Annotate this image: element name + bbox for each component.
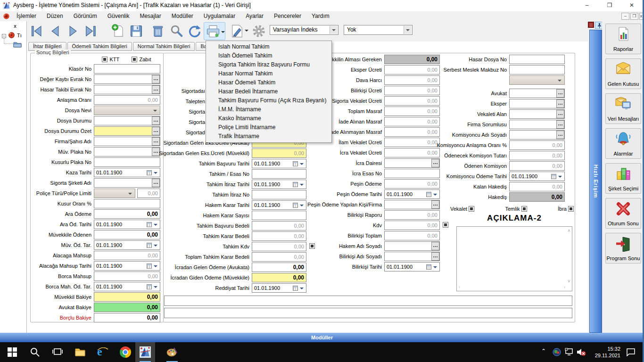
next-record-button[interactable] (66, 24, 81, 39)
date-dropdown-caret[interactable] (154, 286, 157, 290)
print-dropdown-caret[interactable] (221, 31, 225, 35)
menubar-item[interactable]: Mesajlar (134, 11, 166, 21)
money-input[interactable]: 0,00 (509, 192, 565, 202)
money-input[interactable]: 0,00 (94, 95, 160, 105)
scroll-left-icon[interactable]: ‹ (459, 285, 460, 289)
alarms-button[interactable]: Alarmlar (605, 128, 641, 159)
money-input[interactable]: 0,00 (384, 138, 440, 147)
combo-select[interactable] (94, 106, 160, 115)
text-input[interactable] (384, 169, 440, 178)
tab-2[interactable]: Normal Tahkim Bilgileri (133, 42, 195, 51)
calendar-icon[interactable] (147, 263, 152, 269)
combo-select[interactable] (94, 189, 135, 198)
mdi-minimize-button[interactable]: – (621, 13, 629, 20)
exit-program-button[interactable]: Program Sonu (605, 233, 641, 263)
ellipsis-button[interactable]: … (152, 127, 160, 135)
menubar-item[interactable]: Yardım (306, 11, 335, 21)
text-input[interactable] (509, 55, 565, 64)
calendar-icon[interactable] (293, 182, 298, 187)
date-dropdown-caret[interactable] (300, 288, 304, 291)
first-record-button[interactable] (30, 24, 45, 39)
search-button[interactable] (169, 24, 184, 39)
calendar-icon[interactable] (293, 203, 298, 208)
context-menu-item[interactable]: Hasar Normal Tahkim (206, 69, 331, 78)
reports-button[interactable]: Raporlar (605, 24, 641, 54)
date-input[interactable]: 01.01.1900 (509, 172, 565, 181)
money-input[interactable]: 0,00 (384, 221, 440, 230)
text-input[interactable] (94, 147, 160, 156)
report-designer-button[interactable] (230, 24, 245, 39)
scroll-down-icon[interactable]: ∨ (567, 279, 570, 283)
quick-access-bar[interactable]: Hızlı Erişim (589, 30, 602, 333)
money-input[interactable]: 0,00 (94, 209, 160, 219)
print-button[interactable] (206, 24, 221, 39)
combo-select[interactable] (509, 75, 565, 85)
report-dropdown-caret[interactable] (245, 30, 248, 33)
date-dropdown-caret[interactable] (154, 245, 157, 248)
paint-taskbar-button[interactable] (162, 342, 182, 362)
network-tray-icon[interactable] (565, 348, 574, 356)
money-input[interactable]: 0,00 (384, 65, 440, 74)
antivirus-tray-icon[interactable] (553, 348, 561, 356)
text-input[interactable] (94, 126, 160, 136)
inbox-button[interactable]: Gelen Kutusu (605, 58, 641, 89)
calendar-icon[interactable] (147, 222, 152, 227)
note-input-1[interactable] (164, 296, 572, 306)
ellipsis-button[interactable]: … (431, 159, 439, 167)
ellipsis-button[interactable]: … (431, 252, 439, 261)
money-input[interactable]: 0,00 (509, 151, 565, 160)
scroll-grip-icon[interactable] (588, 22, 594, 28)
text-input[interactable] (94, 116, 160, 125)
money-input[interactable]: 0,00 (94, 313, 160, 322)
ellipsis-button[interactable]: … (556, 99, 564, 108)
context-menu-item[interactable]: Islah Ödemeli Tahkim (206, 51, 331, 60)
calendar-icon[interactable] (147, 284, 152, 289)
money-input[interactable]: 0,00 (384, 75, 440, 85)
refresh-button[interactable] (187, 24, 202, 39)
text-input[interactable] (252, 169, 306, 179)
date-input[interactable]: 01.01.1900 (94, 168, 160, 177)
money-input[interactable]: 0,00 (384, 86, 440, 95)
ellipsis-button[interactable]: … (556, 120, 564, 129)
menubar-item[interactable]: İşlemler (11, 11, 41, 21)
close-button[interactable]: ✕ (627, 1, 636, 9)
field-checkbox[interactable] (443, 222, 448, 228)
notes-textarea[interactable]: ∧ ∨ ‹ › (456, 226, 572, 291)
ellipsis-button[interactable]: … (152, 179, 160, 187)
date-input[interactable]: 01.01.1900 (94, 220, 160, 229)
calendar-icon[interactable] (147, 243, 152, 248)
settings-gear-icon[interactable] (251, 24, 266, 39)
context-menu-item[interactable]: Tahkim Başvuru Formu (Açık Rıza Beyanlı) (206, 96, 331, 105)
tree-root-label[interactable]: Tı (17, 33, 22, 38)
money-input[interactable]: 0,00 (94, 303, 160, 312)
money-input[interactable]: 0,00 (384, 231, 440, 240)
save-button[interactable] (129, 24, 144, 39)
mdi-restore-button[interactable]: ❐ (630, 13, 638, 20)
date-input[interactable]: 01.01.1900 (252, 200, 306, 210)
ellipsis-button[interactable]: … (556, 89, 564, 98)
company-select-button[interactable]: Şirket Seçimi (605, 163, 641, 194)
checkbox-box[interactable] (521, 206, 527, 212)
previous-record-button[interactable] (48, 24, 63, 39)
context-menu-item[interactable]: Sigorta Tahkim İtiraz Başvuru Formu (206, 60, 331, 69)
index-combobox[interactable]: Varsayılan İndeks (270, 25, 339, 35)
data-messages-button[interactable]: Veri Mesajları (605, 93, 641, 124)
date-dropdown-caret[interactable] (154, 265, 157, 269)
money-input[interactable]: 0,00 (384, 107, 440, 116)
ellipsis-button[interactable]: … (152, 85, 160, 94)
ellipsis-button[interactable]: … (431, 200, 439, 209)
new-record-button[interactable] (111, 24, 126, 39)
tree-folder-icon[interactable] (13, 41, 22, 48)
checkbox-box[interactable] (469, 206, 474, 212)
menubar-item[interactable]: Güvenlik (102, 11, 135, 21)
date-dropdown-caret[interactable] (300, 205, 304, 208)
temlik-checkbox[interactable]: Temlik (505, 204, 527, 212)
text-input[interactable] (94, 199, 160, 208)
ellipsis-button[interactable]: … (556, 131, 564, 139)
task-view-icon[interactable] (52, 346, 63, 358)
date-input[interactable]: 01.01.1900 (384, 189, 440, 199)
tab-1[interactable]: Ödemeli Tahkim Bilgileri (67, 42, 132, 51)
tree-panel-close-button[interactable]: x (9, 23, 21, 30)
money-input[interactable]: 0,00 (384, 127, 440, 137)
menubar-item[interactable]: Uygulamalar (198, 11, 240, 21)
